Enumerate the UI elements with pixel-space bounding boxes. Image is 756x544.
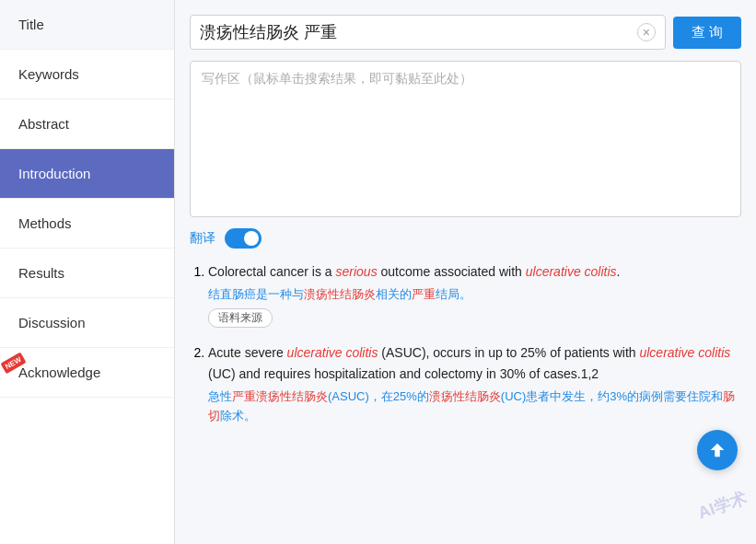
writing-placeholder: 写作区（鼠标单击搜索结果，即可黏贴至此处） <box>202 71 472 86</box>
result-item-2: Acute severe ulcerative colitis (ASUC), … <box>208 342 741 425</box>
result-1-en-serious: serious <box>336 264 378 279</box>
result-2-en-uc2: ulcerative colitis <box>639 345 730 360</box>
search-input-wrapper: 溃疡性结肠炎 严重 × <box>190 15 666 50</box>
search-query-text: 溃疡性结肠炎 严重 <box>200 21 630 43</box>
main-content: 溃疡性结肠炎 严重 × 查 询 写作区（鼠标单击搜索结果，即可黏贴至此处） 翻译… <box>175 0 756 544</box>
result-1-source-badge[interactable]: 语料来源 <box>208 308 273 328</box>
sidebar-item-label: Discussion <box>18 315 86 330</box>
sidebar-item-acknowledge[interactable]: Acknowledge <box>0 348 174 398</box>
sidebar-item-label: Keywords <box>18 66 79 82</box>
translate-toggle[interactable] <box>225 228 262 249</box>
result-2-cn: 急性严重溃疡性结肠炎(ASUC)，在25%的溃疡性结肠炎(UC)患者中发生，约3… <box>208 388 741 426</box>
sidebar-item-results[interactable]: Results <box>0 249 174 298</box>
main-wrapper: 溃疡性结肠炎 严重 × 查 询 写作区（鼠标单击搜索结果，即可黏贴至此处） 翻译… <box>175 0 756 544</box>
sidebar-item-label: Methods <box>18 215 72 231</box>
result-1-en-uc: ulcerative colitis <box>526 264 617 279</box>
results-list: Colorectal cancer is a serious outcome a… <box>190 261 741 426</box>
sidebar-item-label: Acknowledge <box>18 365 100 380</box>
search-query-button[interactable]: 查 询 <box>673 17 741 49</box>
result-2-cn-severe: 严重溃疡性结肠炎 <box>232 389 328 403</box>
sidebar: Title Keywords Abstract Introduction Met… <box>0 0 175 544</box>
sidebar-item-label: Title <box>18 17 44 32</box>
result-item-1: Colorectal cancer is a serious outcome a… <box>208 261 741 328</box>
scroll-up-button[interactable] <box>697 430 738 470</box>
sidebar-item-label: Introduction <box>18 166 90 181</box>
scroll-up-icon <box>707 440 727 460</box>
search-clear-button[interactable]: × <box>637 23 656 41</box>
result-2-cn-uc: 溃疡性结肠炎 <box>429 389 501 403</box>
sidebar-item-title[interactable]: Title <box>0 0 174 50</box>
translate-row: 翻译 <box>190 228 741 249</box>
result-2-en: Acute severe ulcerative colitis (ASUC), … <box>208 342 741 384</box>
result-1-cn-uc: 溃疡性结肠炎 <box>304 287 376 301</box>
sidebar-item-introduction[interactable]: Introduction <box>0 149 174 199</box>
translate-label: 翻译 <box>190 230 215 247</box>
result-2-en-uc1: ulcerative colitis <box>287 345 378 360</box>
sidebar-item-keywords[interactable]: Keywords <box>0 50 174 99</box>
sidebar-item-methods[interactable]: Methods <box>0 199 174 249</box>
search-bar: 溃疡性结肠炎 严重 × 查 询 <box>190 15 741 50</box>
writing-area[interactable]: 写作区（鼠标单击搜索结果，即可黏贴至此处） <box>190 61 741 217</box>
sidebar-item-label: Abstract <box>18 116 69 132</box>
result-1-cn: 结直肠癌是一种与溃疡性结肠炎相关的严重结局。 <box>208 285 741 305</box>
sidebar-item-label: Results <box>18 265 64 281</box>
sidebar-item-discussion[interactable]: Discussion <box>0 298 174 348</box>
result-1-en: Colorectal cancer is a serious outcome a… <box>208 261 741 282</box>
sidebar-item-abstract[interactable]: Abstract <box>0 99 174 149</box>
result-1-cn-serious: 严重 <box>412 287 436 301</box>
